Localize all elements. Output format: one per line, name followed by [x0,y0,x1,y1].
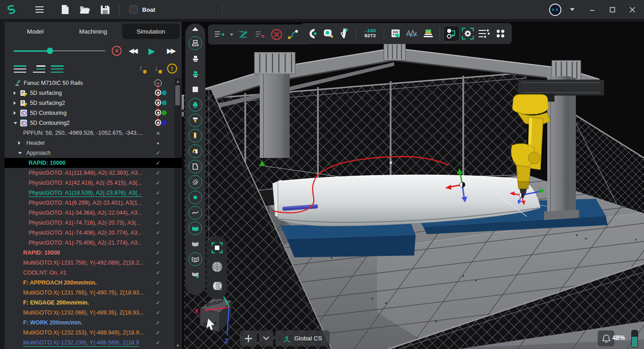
tree-row[interactable]: MultiGOTO:X(-1232.066), Y(-489.35), Z(18… [5,308,182,318]
tree-row[interactable]: F: APPROACH 200mm/min. [5,278,182,288]
fixture-plate-icon[interactable] [188,82,203,97]
stock-stage1-icon[interactable] [188,51,203,66]
tree-row[interactable]: 5D surfacing2 [5,98,182,108]
forward-button[interactable]: ▶▶ [163,44,178,57]
maximize-button[interactable] [603,2,621,17]
tree-row[interactable]: Fanuc M710IC 50 Rails [5,78,182,88]
tree-row[interactable]: RAPID: 10000 [5,158,182,168]
row-status-radio-icon[interactable] [155,109,161,116]
list-expand-current-button[interactable] [33,64,45,74]
tree-row[interactable]: F: ENGAGE 200mm/min. [5,298,182,308]
tab-simulation[interactable]: Simulation [122,24,180,39]
tree-row[interactable]: PhysicGOTO: A1(18.539), A2(-23.876), A3(… [5,188,182,198]
tree-row[interactable]: PPFUN: 58, 250, -4969.526, -1052.675, -3… [5,128,182,138]
assistant-avatar[interactable]: 0 0 [549,4,561,16]
row-status-radio-icon[interactable] [155,99,161,106]
tab-machining[interactable]: Machining [64,24,122,39]
tree-row[interactable]: MultiGOTO:X(-1231.765), Y(-490.75), Z(18… [5,288,182,298]
remove-toolpath-button[interactable] [253,27,268,42]
surface-point-icon[interactable] [188,267,203,282]
pocket-feature-icon[interactable] [188,159,203,174]
orbit-sphere-button[interactable] [211,261,223,275]
row-status-radio-icon[interactable] [155,119,161,126]
tree-row[interactable]: PhysicGOTO: A1(6.299), A2(-23.401), A3(1… [5,198,182,208]
stock-stage2-icon[interactable] [188,66,203,82]
tree-row[interactable]: PhysicGOTO: A1(-75.406), A2(-21.774), A3… [5,238,182,248]
simulation-trace-button[interactable] [444,26,459,41]
signal-graph-button[interactable] [404,26,420,41]
progress-slider-thumb[interactable] [47,48,53,54]
tree-row[interactable]: Header [5,138,182,148]
surface-active-icon[interactable] [188,221,203,236]
tree-row[interactable]: COOLNT: On, #1 [5,268,182,278]
curve-icon[interactable] [188,205,203,221]
operation-color-dot[interactable] [162,100,167,105]
zoom-slider[interactable] [631,330,638,348]
chevron-right-icon[interactable] [14,111,16,115]
chevron-right-icon[interactable] [18,141,20,145]
fit-view-button[interactable] [212,242,223,255]
edit-toolpath-button[interactable] [236,27,252,42]
row-status-radio-icon[interactable] [155,89,161,96]
tree-row[interactable]: F: WORK 200mm/min. [5,318,182,328]
calculator-button[interactable] [388,26,403,41]
next-error-button[interactable]: ↓ [152,64,161,74]
chevron-right-icon[interactable] [14,101,16,105]
machine-view-icon[interactable] [188,35,203,51]
new-file-button[interactable] [57,3,73,16]
operation-color-dot[interactable] [162,120,167,125]
gcode-mode-button[interactable]: →1GON2T2 [360,26,380,41]
play-button[interactable]: ▶ [144,44,159,57]
minimize-button[interactable] [583,2,601,17]
tree-row[interactable]: MultiGOTO:X(-1232.153), Y(-488.949), Z(1… [5,328,182,338]
document-tab[interactable]: Boat [123,0,218,19]
operation-color-dot[interactable] [162,110,167,115]
caliper-button[interactable] [337,26,352,41]
chevron-down-icon[interactable] [18,152,22,154]
measure-tape-button[interactable] [321,26,336,41]
apps-grid-button[interactable] [493,26,508,41]
row-status-minus-icon[interactable] [154,79,162,87]
material-hatch-icon[interactable] [188,174,203,190]
global-cs-button[interactable]: Global CS [275,330,330,346]
stop-reset-button[interactable]: ✕ [112,46,122,56]
add-toolpath-caret[interactable] [230,34,233,36]
add-toolpath-button[interactable] [212,27,227,42]
operation-color-dot[interactable] [162,90,167,95]
workpiece-icon[interactable] [188,97,203,113]
tree-row[interactable]: PhysicGOTO: A1(-74.406), A2(-20.774), A3… [5,228,182,238]
tree-row[interactable]: MultiGOTO:X(-1231.758), Y(-492.089), Z(1… [5,258,182,268]
tool-head-icon[interactable] [188,113,203,128]
chevron-down-icon[interactable] [14,122,17,124]
clamp-icon[interactable] [188,143,203,159]
parameters-button[interactable] [476,26,492,41]
tree-row[interactable]: PhysicGOTO: A1(-34.364), A2(-22.044), A3… [5,208,182,218]
rewind-button[interactable]: ◀◀ [125,44,140,57]
open-file-button[interactable] [77,3,93,16]
tree-row[interactable]: 5D Contouring [5,108,182,118]
rail-collapse-button[interactable] [192,27,198,31]
save-button[interactable] [97,3,113,16]
machine-settings-button[interactable] [460,26,476,41]
add-cs-button[interactable] [240,330,257,346]
drill-tool-icon[interactable] [188,128,203,143]
close-button[interactable] [623,2,641,17]
mesh-surface-icon[interactable] [188,251,203,267]
cs-dropdown-button[interactable] [259,330,273,346]
tree-row[interactable]: Approach [5,148,182,158]
notifications-chevron-button[interactable] [563,2,581,17]
snap-magnet-button[interactable] [304,26,320,41]
toolpath-points-button[interactable] [285,27,301,42]
tree-row[interactable]: RAPID: 10000 [5,248,182,258]
material-layers-button[interactable] [421,26,436,41]
cylinder-view-button[interactable] [211,280,223,293]
menu-button[interactable] [32,3,47,16]
clear-all-button[interactable] [269,27,284,42]
tree-row[interactable]: 5D Contouring2 [5,118,182,128]
list-collapse-button[interactable] [14,64,26,74]
viewport-3d[interactable]: 500 [182,22,644,349]
tree-row[interactable]: 5D surfacing [5,88,182,98]
tree-row[interactable]: PhysicGOTO: A1(42.418), A2(-25.415), A3(… [5,178,182,188]
tab-model[interactable]: Model [6,24,64,39]
point-icon[interactable] [188,190,203,205]
